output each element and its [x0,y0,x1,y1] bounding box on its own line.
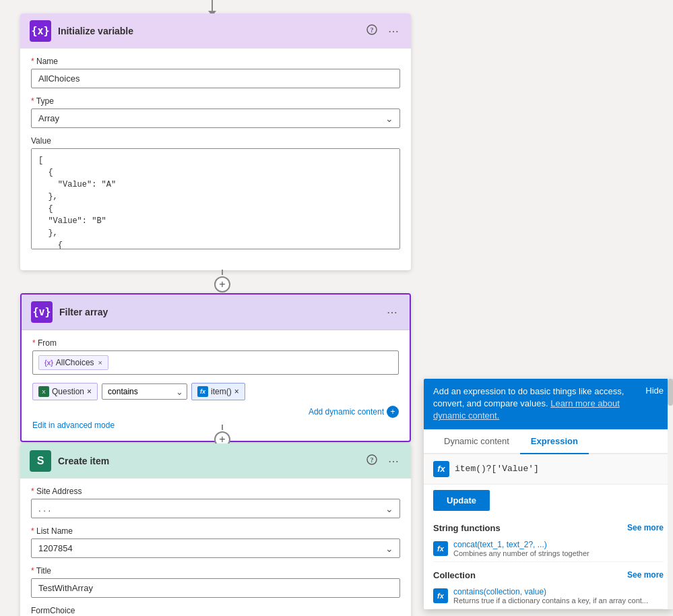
name-field-row: Name [31,57,400,88]
expr-panel-scrollbar[interactable] [668,379,673,609]
item-expression-tag: fx item() × [191,383,245,400]
create-item-card: S Create item ? ⋯ Site Address . . . [20,443,411,616]
add-dynamic-row[interactable]: Add dynamic content + [32,406,399,418]
expr-fx-label: fx [437,464,445,474]
filter-arr-header: {v} Filter array ⋯ [22,295,410,330]
init-var-brace-icon: {x} [31,25,49,37]
question-filter-tag: X Question × [32,383,98,400]
formchoice-row: FormChoice ◉ Body × [31,606,400,616]
concat-fn-name[interactable]: concat(text_1, text_2?, ...) [453,540,589,549]
collection-see-more[interactable]: See more [627,570,664,580]
site-address-wrapper: . . . [31,499,400,518]
create-item-s-icon: S [37,455,44,467]
create-item-more-button[interactable]: ⋯ [385,454,402,469]
filter-arr-icon: {v} [31,301,53,323]
filter-arr-actions: ⋯ [384,305,400,320]
concat-fn-icon: fx [433,541,448,556]
expression-panel: Add an expression to do basic things lik… [424,379,673,609]
type-label: Type [31,96,400,106]
tab-dynamic-content[interactable]: Dynamic content [433,429,520,454]
create-item-actions: ? ⋯ [364,453,402,469]
from-field-row: From {x} AllChoices × [32,338,399,375]
create-item-title: Create item [58,456,357,466]
contains-fn-name[interactable]: contains(collection, value) [453,587,648,596]
type-select[interactable]: Array String Integer Boolean Float Objec… [31,109,400,128]
string-functions-section: String functions See more fx concat(text… [424,518,673,562]
from-input-area[interactable]: {x} AllChoices × [32,350,399,375]
concat-fn-desc: Combines any number of strings together [453,549,589,557]
contains-wrapper: contains does not contain equals does no… [102,383,187,400]
question-tag-close[interactable]: × [87,387,92,396]
from-label: From [32,338,399,348]
init-var-help-button[interactable]: ? [364,23,380,39]
expr-info-text: Add an expression to do basic things lik… [433,386,639,423]
expr-panel-scrollbar-thumb [668,379,673,406]
filter-array-card: {v} Filter array ⋯ From {x} AllChoices × [20,293,411,442]
add-dynamic-plus-icon: + [387,406,399,418]
expr-input-row: fx [424,454,673,485]
top-connector-line [212,0,213,11]
init-var-body: Name Type Array String Integer Boolean F… [20,49,411,270]
contains-function-item: fx contains(collection, value) Returns t… [433,583,664,609]
string-functions-label: String functions [433,523,501,533]
item-tag-close[interactable]: × [234,387,239,396]
initialize-variable-card: {x} Initialize variable ? ⋯ Name [20,13,411,270]
item-fx-icon: fx [197,386,208,397]
svg-text:?: ? [371,456,374,464]
tab-expression[interactable]: Expression [520,429,589,454]
filter-arr-title: Filter array [59,307,377,317]
filter-condition-row: X Question × contains does not contain e… [32,383,399,400]
add-step-button-1[interactable]: + [214,276,230,292]
expr-hide-button[interactable]: Hide [645,386,664,396]
create-item-header: S Create item ? ⋯ [20,443,411,479]
site-address-select[interactable]: . . . [31,499,400,518]
contains-fn-icon: fx [433,588,448,603]
init-var-icon: {x} [30,20,51,42]
contains-select[interactable]: contains does not contain equals does no… [102,383,187,400]
update-button[interactable]: Update [433,490,490,511]
svg-text:?: ? [371,26,374,34]
formchoice-label: FormChoice [31,606,400,615]
filter-arr-more-button[interactable]: ⋯ [384,305,400,320]
init-var-header: {x} Initialize variable ? ⋯ [20,13,411,49]
title-input[interactable] [31,578,400,598]
title-label: Title [31,566,400,576]
contains-fn-desc: Returns true if a dictionary contains a … [453,596,648,605]
create-item-help-button[interactable]: ? [364,453,380,469]
name-input[interactable] [31,69,400,88]
edit-advanced-link[interactable]: Edit in advanced mode [32,421,115,430]
init-var-actions: ? ⋯ [364,23,402,39]
expr-fx-badge: fx [433,461,449,477]
string-functions-see-more[interactable]: See more [627,523,664,532]
title-field-row: Title [31,566,400,598]
allchoices-tag-close[interactable]: × [98,359,102,367]
question-tag-icon: X [38,386,49,397]
name-label: Name [31,57,400,66]
filter-arr-brace-icon: {v} [32,306,51,318]
value-label: Value [31,136,400,146]
value-textarea[interactable]: [ { "Value": "A" }, { "Value": "B" }, { … [31,148,400,249]
expr-text-input[interactable] [455,464,664,474]
allchoices-tag: {x} AllChoices × [38,355,108,370]
collection-label: Collection [433,570,476,580]
site-address-row: Site Address . . . [31,487,400,518]
create-item-icon: S [30,450,51,472]
item-tag-label: item() [211,387,232,396]
collection-header: Collection See more [433,565,664,583]
contains-fn-info: contains(collection, value) Returns true… [453,587,648,605]
list-name-select[interactable]: 1207854 [31,538,400,558]
collection-section: Collection See more fx contains(collecti… [424,565,673,609]
list-name-row: List Name 1207854 [31,526,400,558]
expr-tabs: Dynamic content Expression [424,429,673,454]
allchoices-tag-label: AllChoices [56,358,94,367]
string-functions-header: String functions See more [433,518,664,536]
create-item-body: Site Address . . . List Name 1207854 T [20,479,411,616]
concat-function-item: fx concat(text_1, text_2?, ...) Combines… [433,536,664,562]
type-field-row: Type Array String Integer Boolean Float … [31,96,400,128]
value-field-row: Value [ { "Value": "A" }, { "Value": "B"… [31,136,400,251]
init-var-more-button[interactable]: ⋯ [385,24,402,39]
question-tag-label: Question [52,387,84,396]
list-name-wrapper: 1207854 [31,538,400,558]
add-dynamic-label: Add dynamic content [309,407,384,417]
site-address-label: Site Address [31,487,400,496]
